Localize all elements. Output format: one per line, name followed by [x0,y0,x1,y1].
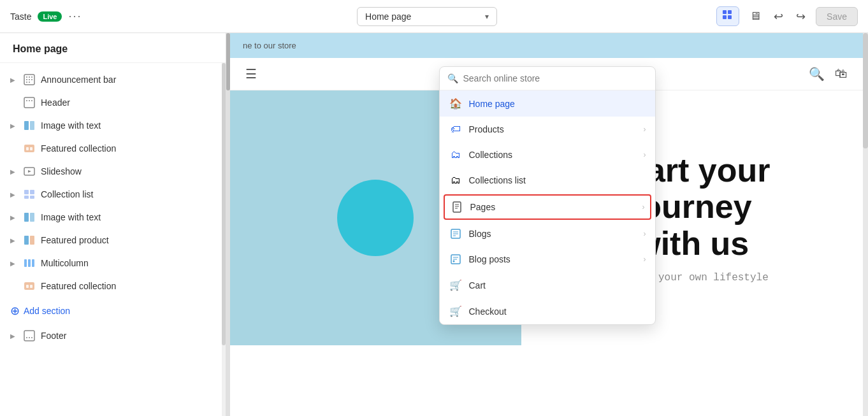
grid-view-button[interactable] [716,6,739,26]
dropdown-search-container: 🔍 [440,67,655,90]
blogs-label: Blogs [469,229,637,239]
sidebar-item-collection-list[interactable]: ▶ Collection list [0,183,226,206]
home-icon: 🏠 [449,97,463,110]
chevron-right-icon: › [642,203,645,212]
image-text-icon [23,119,36,132]
hamburger-icon[interactable]: ☰ [245,66,257,82]
pages-label: Pages [470,202,636,212]
collections-list-icon: 🗂 [449,175,463,186]
home-page-label: Home page [469,99,646,109]
live-badge: Live [38,11,62,22]
sidebar-item-slideshow[interactable]: ▶ Slideshow [0,160,226,183]
dropdown-item-blogs[interactable]: Blogs › [440,221,655,247]
multicolumn-label: Multicolumn [41,258,89,268]
svg-rect-23 [24,236,29,245]
svg-rect-24 [30,236,34,245]
dropdown-item-products[interactable]: 🏷 Products › [440,117,655,142]
search-input[interactable] [463,73,647,83]
slideshow-label: Slideshow [41,166,82,176]
svg-rect-18 [30,190,34,194]
sidebar-item-image-with-text-1[interactable]: ▶ Image with text [0,114,226,137]
dropdown-item-checkout[interactable]: 🛒 Checkout [440,298,655,324]
preview-left-scrollbar [226,33,230,416]
collections-list-label: Collections list [469,175,646,185]
topbar-center: Home page ▾ [145,7,709,26]
products-label: Products [469,124,637,134]
dropdown-item-blog-posts[interactable]: Blog posts › [440,247,655,272]
svg-rect-12 [24,145,34,152]
sidebar-item-multicolumn[interactable]: ▶ Multicolumn [0,252,226,275]
page-dropdown-menu[interactable]: 🔍 🏠 Home page 🏷 Products › [439,66,656,325]
sidebar-item-featured-collection-1[interactable]: ▶ Featured collection [0,137,226,160]
preview-scrollbar [863,33,868,416]
sidebar-scrollbar-thumb [222,63,226,345]
featured-col-2-icon [23,280,36,292]
dropdown-item-pages[interactable]: Pages › [444,194,651,220]
featured-collection-2-label: Featured collection [41,281,116,291]
cart-icon[interactable]: 🛍 [835,66,848,82]
blog-posts-label: Blog posts [469,254,637,264]
collections-label: Collections [469,150,637,160]
store-name: Taste [10,11,31,22]
image-text-2-icon [23,211,36,224]
undo-button[interactable]: ↩ [771,7,786,26]
save-button[interactable]: Save [816,7,858,26]
sidebar: Home page ▶ Announcement bar ▶ Header [0,33,226,416]
svg-rect-30 [30,285,33,288]
expand-arrow-icon: ▶ [10,333,18,340]
add-section-button[interactable]: ⊕ Add section [0,298,226,324]
svg-rect-17 [24,190,29,194]
sidebar-scrollbar [222,63,226,416]
footer-icon [23,329,36,342]
blog-posts-icon [449,254,463,265]
svg-rect-20 [30,196,34,199]
sidebar-item-featured-product[interactable]: ▶ Featured product [0,229,226,252]
hero-circle-decoration [337,180,414,256]
redo-button[interactable]: ↪ [793,7,808,26]
cart-label: Cart [469,280,646,290]
sidebar-item-image-with-text-2[interactable]: ▶ Image with text [0,206,226,229]
sidebar-scroll[interactable]: ▶ Announcement bar ▶ Header ▶ I [0,63,226,416]
collections-icon: 🗂 [449,149,463,161]
store-header-icons: 🔍 🛍 [809,66,848,82]
collection-list-icon [23,188,36,201]
svg-point-44 [452,261,454,262]
sidebar-item-featured-collection-2[interactable]: ▶ Featured collection [0,275,226,298]
svg-rect-27 [32,259,34,267]
svg-marker-16 [28,170,31,173]
dropdown-item-home-page[interactable]: 🏠 Home page [440,90,655,117]
expand-arrow-icon: ▶ [10,122,18,129]
more-button[interactable]: ··· [68,10,82,23]
featured-prod-icon [23,234,36,247]
preview-area: ne to our store ☰ academia 🔍 🛍 Start you… [226,33,868,416]
dropdown-item-cart[interactable]: 🛒 Cart [440,272,655,298]
add-section-icon: ⊕ [10,304,20,318]
cart-icon: 🛒 [449,279,463,291]
sidebar-item-announcement-bar[interactable]: ▶ Announcement bar [0,68,226,91]
chevron-right-icon: › [644,255,646,264]
preview-announcement: ne to our store [230,33,863,58]
dropdown-item-collections[interactable]: 🗂 Collections › [440,142,655,168]
image-with-text-2-label: Image with text [41,212,101,222]
expand-arrow-icon: ▶ [10,191,18,198]
products-icon: 🏷 [449,124,463,135]
svg-rect-19 [24,196,29,199]
dropdown-list: 🏠 Home page 🏷 Products › 🗂 Collections › [440,90,655,324]
main-area: Home page ▶ Announcement bar ▶ Header [0,33,868,416]
sidebar-item-header[interactable]: ▶ Header [0,91,226,114]
expand-arrow-icon: ▶ [10,214,18,221]
svg-rect-2 [723,15,727,19]
chevron-down-icon: ▾ [485,12,489,21]
svg-rect-21 [24,213,29,222]
desktop-view-button[interactable]: 🖥 [747,7,763,25]
svg-rect-14 [30,147,33,150]
checkout-icon: 🛒 [449,305,463,317]
sidebar-header: Home page [0,33,226,63]
checkout-label: Checkout [469,306,646,317]
expand-arrow-icon: ▶ [10,260,18,267]
svg-rect-28 [24,282,34,290]
search-icon[interactable]: 🔍 [809,66,825,82]
dropdown-item-collections-list[interactable]: 🗂 Collections list [440,168,655,193]
sidebar-item-footer[interactable]: ▶ Footer [0,324,226,347]
page-selector[interactable]: Home page ▾ [357,7,497,26]
